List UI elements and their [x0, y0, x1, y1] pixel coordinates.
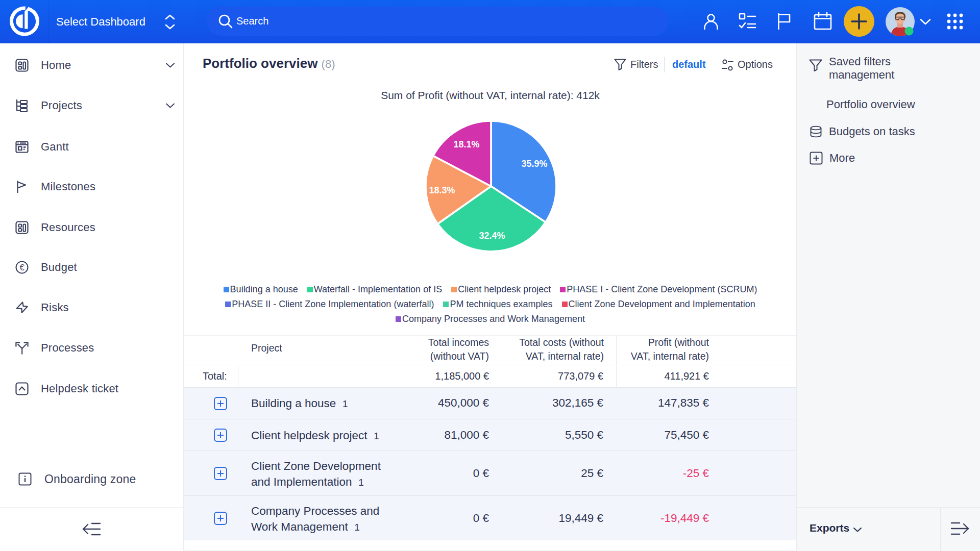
svg-text:35.9%: 35.9% — [521, 159, 547, 169]
svg-text:18.1%: 18.1% — [453, 139, 479, 149]
svg-text:€: € — [20, 263, 25, 272]
svg-text:32.4%: 32.4% — [479, 231, 505, 241]
svg-text:18.3%: 18.3% — [429, 185, 455, 195]
